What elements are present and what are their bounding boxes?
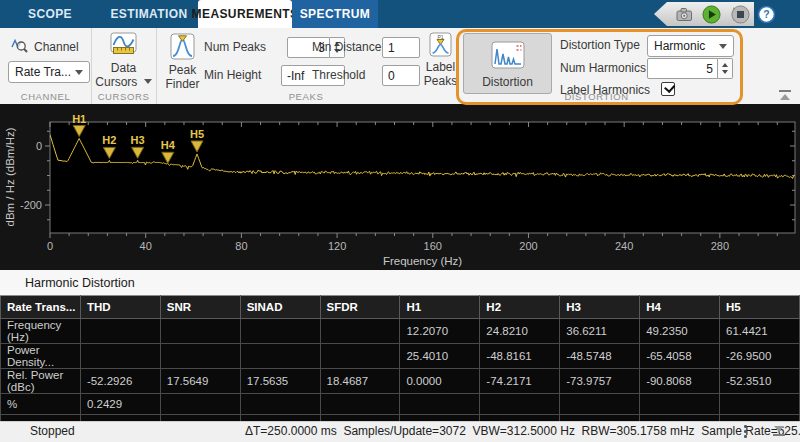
svg-text:0: 0	[47, 240, 53, 252]
table-cell: 25.4010	[400, 344, 480, 369]
num-harmonics-value[interactable]: 5	[647, 58, 718, 79]
tab-measurements[interactable]: MEASUREMENTS	[198, 0, 292, 28]
column-header: H5	[720, 296, 800, 319]
stop-icon[interactable]	[730, 4, 750, 24]
harmonic-label: H3	[131, 134, 145, 146]
tab-estimation[interactable]: ESTIMATION	[100, 0, 198, 28]
svg-text:120: 120	[328, 240, 346, 252]
distortion-type-select[interactable]: Harmonic	[647, 35, 734, 57]
table-cell	[240, 319, 320, 344]
distortion-toggle-button[interactable]: Distortion	[463, 33, 552, 94]
help-icon[interactable]: ?	[756, 4, 776, 24]
table-cell	[560, 394, 640, 415]
harmonic-label: H5	[190, 128, 204, 140]
peak-finder-icon	[170, 46, 195, 63]
num-harmonics-stepper[interactable]: 5	[647, 58, 733, 79]
channel-button-label: Channel	[34, 40, 79, 54]
spectrum-analyzer-window: SCOPE ESTIMATION MEASUREMENTS SPECTRUM ?	[0, 0, 800, 442]
table-cell	[80, 319, 160, 344]
table-cell: 18.4687	[320, 369, 400, 394]
min-distance-label: Min Distance	[312, 40, 381, 54]
collapse-statusbar-icon[interactable]	[772, 426, 785, 436]
column-header: THD	[80, 296, 160, 319]
column-header: H1	[400, 296, 480, 319]
table-cell: -48.5748	[560, 344, 640, 369]
table-row: Power Density...25.4010-48.8161-48.5748-…	[1, 344, 800, 369]
data-cursors-button[interactable]	[110, 32, 137, 61]
chevron-down-icon	[719, 44, 727, 49]
svg-text:Frequency (Hz): Frequency (Hz)	[383, 255, 462, 267]
table-cell: -52.2926	[80, 369, 160, 394]
table-row: Rel. Power (dBc)-52.292617.564917.563518…	[1, 369, 800, 394]
table-cell	[480, 394, 560, 415]
min-distance-field[interactable]: 1	[382, 37, 420, 58]
table-cell: 24.8210	[480, 319, 560, 344]
table-cell: -73.9757	[560, 369, 640, 394]
table-cell: -52.3510	[720, 369, 800, 394]
table-cell: 17.5649	[160, 369, 240, 394]
table-cell: -26.9500	[720, 344, 800, 369]
column-header: H3	[560, 296, 640, 319]
chevron-down-icon	[75, 70, 83, 75]
help-glyph: ?	[763, 9, 769, 20]
overflow-menu-icon[interactable]	[744, 425, 747, 438]
status-bar: Stopped ΔT=250.0000 ms Samples/Update=30…	[0, 421, 800, 442]
harmonic-distortion-panel: Rate Trans...THDSNRSINADSFDRH1H2H3H4H5Fr…	[0, 295, 800, 421]
distortion-type-label: Distortion Type	[560, 38, 640, 52]
chevron-down-icon	[144, 79, 152, 84]
channel-button[interactable]: Channel	[11, 37, 79, 57]
harmonic-label: H1	[72, 113, 86, 125]
threshold-label: Threshold	[312, 68, 365, 82]
table-row: Frequency (Hz)12.207024.821036.621149.23…	[1, 319, 800, 344]
table-cell: 49.2350	[640, 319, 720, 344]
table-cell	[240, 394, 320, 415]
distortion-button-label: Distortion	[464, 75, 551, 89]
column-header: H2	[480, 296, 560, 319]
harmonic-table: Rate Trans...THDSNRSINADSFDRH1H2H3H4H5Fr…	[0, 295, 800, 421]
table-cell	[400, 394, 480, 415]
section-label-distortion: DISTORTION	[456, 91, 737, 102]
peak-finder-button[interactable]	[170, 33, 195, 64]
svg-text:40: 40	[140, 240, 152, 252]
tab-scope[interactable]: SCOPE	[0, 0, 100, 28]
table-cell	[160, 344, 240, 369]
table-cell: -74.2171	[480, 369, 560, 394]
svg-text:0: 0	[36, 140, 42, 152]
snapshot-icon[interactable]	[675, 5, 694, 24]
section-label-channel: CHANNEL	[0, 91, 91, 102]
min-height-label: Min Height	[204, 68, 261, 82]
table-cell: 12.2070	[400, 319, 480, 344]
toolstrip: Channel Rate Tra... CHANNEL Data Cursors…	[0, 28, 800, 106]
data-cursors-label[interactable]: Data Cursors	[91, 61, 156, 89]
run-icon[interactable]	[702, 5, 721, 24]
spectrum-plot: 040801201602002402800-200Frequency (Hz)d…	[0, 104, 800, 270]
svg-text:P1: P1	[437, 34, 443, 40]
row-label: Power Density...	[1, 344, 81, 369]
peak-finder-label: Peak Finder	[159, 63, 206, 91]
table-cell	[320, 319, 400, 344]
table-cell	[80, 344, 160, 369]
channel-select-value: Rate Tra...	[15, 65, 71, 79]
num-peaks-label: Num Peaks	[204, 40, 266, 54]
table-cell	[720, 394, 800, 415]
collapse-toolstrip-icon[interactable]	[778, 90, 791, 100]
table-cell: -65.4058	[640, 344, 720, 369]
tab-spectrum[interactable]: SPECTRUM	[292, 0, 378, 28]
status-state: Stopped	[30, 424, 75, 438]
svg-text:dBm / Hz (dBm/Hz): dBm / Hz (dBm/Hz)	[4, 127, 16, 226]
table-cell: 0.0000	[400, 369, 480, 394]
table-cell: 61.4421	[720, 319, 800, 344]
column-header: Rate Trans...	[1, 296, 81, 319]
channel-select[interactable]: Rate Tra...	[8, 61, 90, 83]
stepper-arrows[interactable]	[718, 58, 733, 79]
num-harmonics-label: Num Harmonics	[560, 61, 646, 75]
label-peaks-icon: P1	[429, 43, 452, 60]
label-peaks-button[interactable]: P1	[429, 32, 452, 61]
threshold-field[interactable]: 0	[382, 65, 420, 86]
distortion-type-value: Harmonic	[654, 39, 705, 53]
table-cell	[320, 394, 400, 415]
svg-text:200: 200	[519, 240, 537, 252]
svg-text:80: 80	[235, 240, 247, 252]
table-cell	[240, 344, 320, 369]
table-cell	[160, 319, 240, 344]
